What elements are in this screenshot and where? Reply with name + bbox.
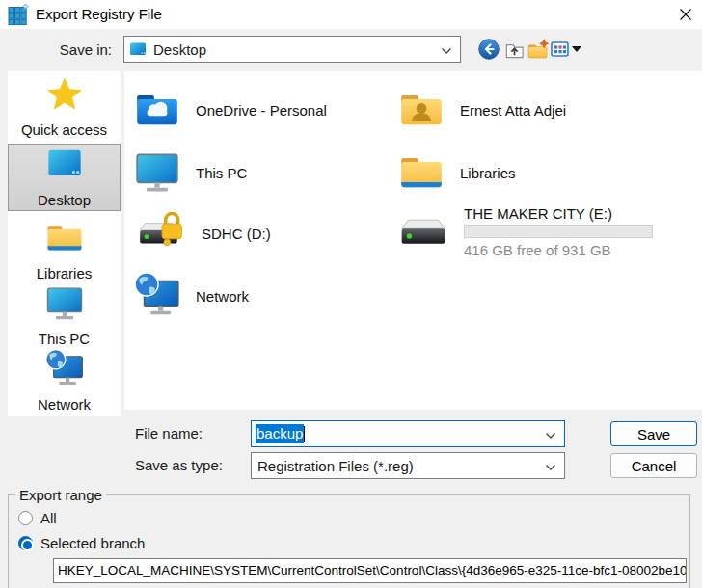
monitor-icon — [44, 282, 85, 326]
file-item-sdhc-d[interactable]: SDHC (D:) — [133, 208, 271, 259]
radio-option-selected-branch[interactable]: Selected branch — [18, 535, 145, 551]
file-item-libraries[interactable]: Libraries — [397, 147, 516, 199]
sidebar-item-network[interactable]: Network — [8, 347, 121, 413]
star-icon — [45, 75, 84, 117]
chevron-down-icon — [545, 458, 556, 474]
file-name-input[interactable]: backup — [251, 420, 565, 447]
file-item-label: OneDrive - Personal — [196, 102, 327, 119]
save-as-type-value: Registration Files (*.reg) — [257, 458, 414, 474]
folder-icon — [44, 217, 85, 260]
drive-usage-bar — [464, 225, 653, 238]
radio-button[interactable] — [18, 536, 33, 550]
file-item-label: SDHC (D:) — [202, 226, 271, 242]
sidebar-item-label: Quick access — [21, 121, 107, 138]
chevron-down-icon — [441, 41, 452, 58]
save-in-dropdown[interactable]: Desktop — [123, 36, 461, 63]
sidebar-item-label: Desktop — [38, 192, 91, 208]
close-icon[interactable] — [675, 4, 696, 25]
sidebar-item-desktop[interactable]: Desktop — [8, 144, 121, 211]
file-name-value: backup — [256, 424, 304, 443]
sidebar-item-label: Libraries — [37, 265, 93, 281]
cancel-button[interactable]: Cancel — [610, 453, 697, 478]
places-sidebar: Quick access Desktop Libraries — [8, 71, 121, 416]
locked-drive-icon — [133, 208, 187, 259]
chevron-down-icon — [545, 426, 556, 442]
network-icon — [133, 271, 181, 322]
views-dropdown-arrow-icon[interactable] — [571, 43, 582, 55]
file-item-label: Libraries — [460, 165, 516, 181]
drive-icon — [397, 218, 449, 257]
file-name-label: File name: — [135, 425, 202, 441]
desktop-mini-icon — [129, 41, 147, 57]
up-one-level-icon[interactable] — [503, 38, 526, 61]
export-registry-dialog: Export Registry File Save in: Desktop — [0, 0, 702, 588]
file-item-user-folder[interactable]: Ernest Atta Adjei — [397, 85, 566, 136]
radio-label: All — [40, 510, 57, 526]
cancel-button-label: Cancel — [632, 458, 677, 474]
text-caret — [304, 426, 305, 442]
sidebar-item-quick-access[interactable]: Quick access — [8, 75, 121, 137]
file-item-this-pc[interactable]: This PC — [133, 147, 247, 199]
back-icon[interactable] — [477, 38, 500, 61]
desktop-icon — [44, 147, 85, 187]
save-as-type-label: Save as type: — [135, 457, 223, 473]
save-in-label: Save in: — [29, 41, 112, 58]
radio-option-all[interactable]: All — [18, 510, 57, 526]
file-item-drive-e[interactable]: THE MAKER CITY (E:) 416 GB free of 931 G… — [397, 206, 653, 258]
window-title: Export Registry File — [36, 6, 162, 22]
sidebar-item-libraries[interactable]: Libraries — [8, 218, 121, 280]
radio-button[interactable] — [18, 511, 33, 525]
monitor-icon — [133, 147, 181, 199]
file-item-onedrive[interactable]: OneDrive - Personal — [133, 85, 327, 136]
folder-icon — [397, 147, 446, 199]
file-item-label: THE MAKER CITY (E:) — [464, 206, 653, 221]
views-icon[interactable] — [551, 38, 570, 61]
save-as-type-dropdown[interactable]: Registration Files (*.reg) — [251, 452, 565, 479]
save-in-value: Desktop — [153, 41, 206, 58]
drive-free-space-text: 416 GB free of 931 GB — [464, 242, 653, 258]
file-item-network[interactable]: Network — [133, 271, 249, 322]
registry-icon — [8, 4, 29, 25]
onedrive-folder-icon — [133, 85, 181, 136]
radio-label: Selected branch — [40, 535, 145, 551]
new-folder-icon[interactable] — [526, 38, 550, 61]
title-bar: Export Registry File — [0, 0, 702, 29]
user-folder-icon — [397, 85, 446, 136]
save-button-label: Save — [637, 426, 670, 442]
sidebar-item-this-pc[interactable]: This PC — [8, 283, 121, 345]
selected-branch-path-input[interactable]: HKEY_LOCAL_MACHINE\SYSTEM\CurrentControl… — [53, 558, 687, 583]
export-range-group-label: Export range — [15, 487, 106, 503]
file-list: OneDrive - Personal This PC — [124, 71, 702, 410]
file-item-label: Network — [196, 288, 249, 305]
save-button[interactable]: Save — [610, 421, 697, 446]
sidebar-item-label: This PC — [39, 331, 90, 347]
file-item-label: This PC — [196, 165, 247, 181]
network-icon — [44, 348, 85, 391]
file-item-label: Ernest Atta Adjei — [460, 102, 566, 119]
sidebar-item-label: Network — [38, 396, 91, 413]
